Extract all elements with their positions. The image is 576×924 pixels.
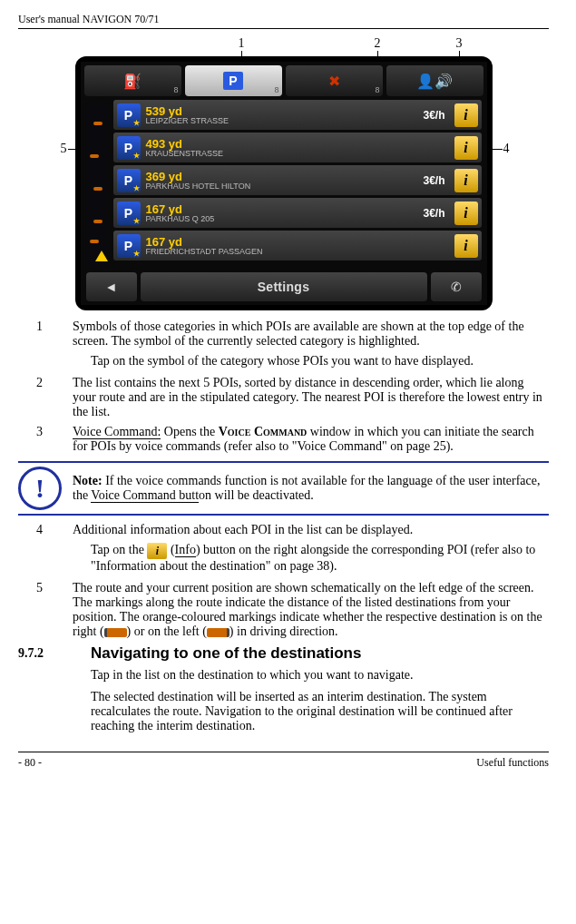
parking-icon: P — [117, 103, 141, 127]
tab-parking[interactable]: P8 — [185, 65, 282, 96]
poi-list: P 539 ydLEIPZIGER STRASSE 3€/h i P 493 y… — [108, 100, 487, 260]
info-icon: i — [147, 543, 167, 559]
tab-voice-command[interactable]: 👤🔊 — [386, 65, 483, 96]
info-button[interactable]: i — [454, 169, 478, 192]
route-mark-left-icon — [207, 628, 229, 637]
section-p2: The selected destination will be inserte… — [54, 690, 549, 733]
callout-2: 2 — [375, 36, 381, 51]
route-strip — [86, 103, 108, 267]
desc-text-5: The route and your current position are … — [73, 581, 549, 639]
desc-num-4: 4 — [18, 523, 73, 537]
desc-text-4: Additional information about each POI in… — [73, 523, 549, 537]
desc-text-2: The list contains the next 5 POIs, sorte… — [73, 376, 549, 419]
info-button[interactable]: i — [454, 136, 478, 160]
desc-text-1b: Tap on the symbol of the category whose … — [54, 354, 549, 369]
category-tabs: ⛽8 P8 ✖8 👤🔊 — [81, 62, 487, 100]
current-position-icon — [95, 251, 108, 261]
settings-button[interactable]: Settings — [141, 272, 427, 301]
note-text: Note: If the voice commands function is … — [73, 474, 549, 503]
parking-icon: P — [117, 136, 141, 160]
note-icon: ! — [18, 467, 62, 510]
footer-page-number: - 80 - — [18, 756, 42, 770]
callout-1: 1 — [239, 36, 245, 51]
callout-4: 4 — [503, 142, 510, 156]
desc-num-3: 3 — [18, 425, 73, 454]
back-button[interactable]: ◄ — [86, 272, 137, 301]
poi-row[interactable]: P 369 ydPARKHAUS HOTEL HILTON 3€/h i — [113, 165, 482, 195]
parking-icon: P — [117, 169, 141, 192]
callout-5: 5 — [61, 142, 67, 156]
device-screenshot: 1 2 3 4 5 ⛽8 P8 ✖8 👤🔊 — [57, 40, 511, 312]
desc-text-1: Symbols of those categories in which POI… — [73, 319, 549, 349]
desc-text-4b: Tap on the i (Info) button on the right … — [54, 543, 549, 574]
page-footer: - 80 - Useful functions — [18, 752, 549, 770]
tab-fuel[interactable]: ⛽8 — [84, 65, 181, 96]
desc-num-2: 2 — [18, 376, 73, 419]
route-mark-right-icon — [104, 628, 127, 637]
info-button[interactable]: i — [454, 202, 478, 225]
section-title: Navigating to one of the destinations — [91, 644, 361, 663]
desc-text-3: Voice Command: Opens the Voice Command w… — [73, 425, 549, 454]
note-box: ! Note: If the voice commands function i… — [18, 461, 549, 516]
desc-num-1: 1 — [18, 319, 73, 349]
callout-3: 3 — [456, 36, 463, 51]
poi-row[interactable]: P 167 ydPARKHAUS Q 205 3€/h i — [113, 198, 482, 228]
poi-row[interactable]: P 167 ydFRIEDRICHSTADT PASSAGEN i — [113, 231, 482, 260]
parking-icon: P — [117, 202, 141, 225]
info-button[interactable]: i — [454, 103, 478, 127]
footer-section: Useful functions — [476, 756, 549, 770]
description-list: 1 Symbols of those categories in which P… — [18, 319, 549, 454]
poi-row[interactable]: P 539 ydLEIPZIGER STRASSE 3€/h i — [113, 100, 482, 130]
desc-num-5: 5 — [18, 581, 73, 639]
tab-restaurant[interactable]: ✖8 — [286, 65, 383, 96]
parking-icon: P — [117, 234, 141, 258]
section-number: 9.7.2 — [18, 646, 91, 668]
section-p1: Tap in the list on the destination to wh… — [54, 668, 549, 683]
poi-row[interactable]: P 493 ydKRAUSENSTRASSE i — [113, 133, 482, 162]
page-header: User's manual NAVIGON 70/71 — [18, 9, 549, 29]
call-button[interactable]: ✆ — [431, 272, 482, 301]
info-button[interactable]: i — [454, 234, 478, 258]
